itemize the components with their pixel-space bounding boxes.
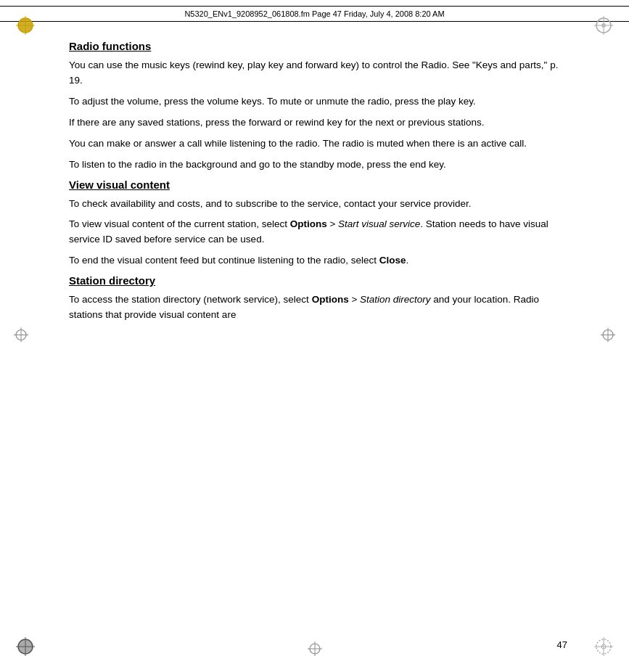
corner-mark-tl [15, 15, 36, 36]
corner-mark-br [593, 636, 614, 657]
radio-functions-p3: If there are any saved stations, press t… [69, 115, 567, 131]
corner-mark-bl [15, 636, 36, 657]
main-content: Radio functions You can use the music ke… [69, 40, 567, 628]
options-bold-2: Options [312, 294, 349, 305]
document-info: N5320_ENv1_9208952_061808.fm Page 47 Fri… [184, 9, 444, 18]
section-station-directory: Station directory To access the station … [69, 274, 567, 323]
right-mid-mark [600, 327, 616, 345]
station-directory-p1: To access the station directory (network… [69, 292, 567, 323]
svg-point-7 [601, 23, 606, 28]
radio-functions-title: Radio functions [69, 40, 567, 52]
page-container: N5320_ENv1_9208952_061808.fm Page 47 Fri… [0, 0, 629, 672]
radio-functions-p4: You can make or answer a call while list… [69, 136, 567, 152]
options-bold-1: Options [290, 218, 327, 229]
view-visual-content-title: View visual content [69, 179, 567, 191]
page-number: 47 [557, 639, 567, 650]
station-directory-italic: Station directory [360, 294, 431, 305]
start-visual-italic: Start visual service [338, 218, 420, 229]
bottom-center-mark [307, 641, 323, 659]
left-mid-mark [13, 327, 29, 345]
top-bar: N5320_ENv1_9208952_061808.fm Page 47 Fri… [0, 6, 629, 22]
section-view-visual-content: View visual content To check availabilit… [69, 179, 567, 269]
corner-mark-tr [593, 15, 614, 36]
section-radio-functions: Radio functions You can use the music ke… [69, 40, 567, 173]
radio-functions-p1: You can use the music keys (rewind key, … [69, 58, 567, 89]
close-bold: Close [379, 255, 406, 266]
radio-functions-p5: To listen to the radio in the background… [69, 157, 567, 173]
view-visual-p3: To end the visual content feed but conti… [69, 253, 567, 269]
radio-functions-p2: To adjust the volume, press the volume k… [69, 94, 567, 110]
view-visual-p1: To check availability and costs, and to … [69, 197, 567, 212]
station-directory-title: Station directory [69, 274, 567, 287]
view-visual-p2: To view visual content of the current st… [69, 217, 567, 247]
